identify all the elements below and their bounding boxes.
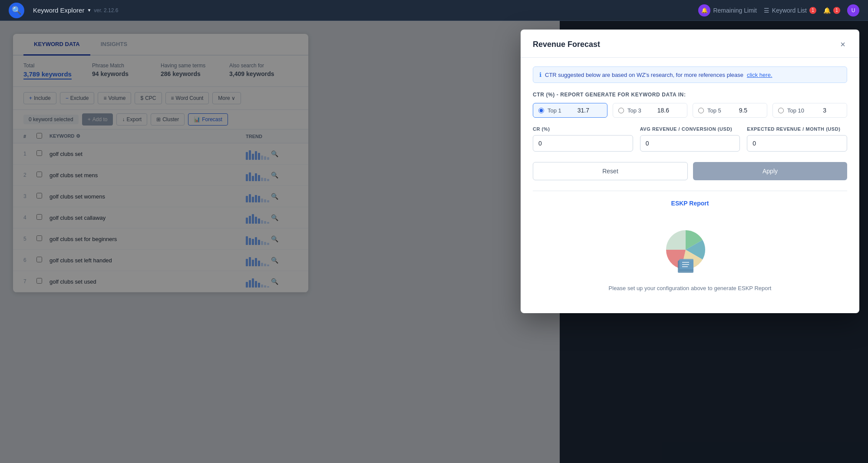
modal-header: Revenue Forecast ×: [521, 30, 859, 58]
modal-title: Revenue Forecast: [533, 40, 600, 49]
expected-revenue-field: EXPECTED REVENUE / MONTH (USD): [747, 126, 847, 152]
eskp-title: ESKP Report: [533, 200, 847, 207]
ctr-radio-top3[interactable]: [618, 108, 624, 113]
ctr-option-top3[interactable]: Top 3: [613, 103, 687, 118]
avg-revenue-label: AVG REVENUE / CONVERSION (USD): [640, 126, 740, 132]
ctr-radio-top5[interactable]: [698, 108, 704, 113]
remaining-limit-item[interactable]: 🔔 Remaining Limit: [698, 4, 756, 17]
cr-input[interactable]: [533, 135, 633, 152]
eskp-illustration: [662, 226, 718, 278]
main-content: KEYWORD DATA INSIGHTS Total 3,789 keywor…: [0, 21, 868, 463]
ctr-option-top1[interactable]: Top 1: [533, 103, 607, 118]
keyword-list-badge: 1: [809, 7, 816, 14]
user-avatar[interactable]: U: [847, 4, 859, 17]
keyword-list-label: Keyword List: [772, 7, 807, 14]
app-title-text: Keyword Explorer: [33, 7, 84, 14]
ctr-options: Top 1 Top 3 Top 5 To: [533, 103, 847, 118]
title-chevron-icon: ▼: [87, 8, 91, 13]
revenue-forecast-modal: Revenue Forecast × ℹ CTR suggested below…: [521, 30, 859, 313]
ctr-radio-top10[interactable]: [778, 108, 784, 113]
bell-icon: 🔔: [823, 7, 831, 14]
app-title[interactable]: Keyword Explorer ▼ ver. 2.12.6: [33, 7, 118, 14]
eskp-section: ESKP Report: [533, 191, 847, 304]
ctr-label-top10: Top 10: [787, 107, 804, 114]
ctr-value-top5[interactable]: [725, 107, 762, 114]
list-icon: ☰: [764, 7, 769, 14]
modal-body: ℹ CTR suggested below are based on WZ's …: [521, 58, 859, 313]
notification-item[interactable]: 🔔 1: [823, 7, 840, 14]
info-text: CTR suggested below are based on WZ's re…: [545, 72, 743, 78]
cr-label: CR (%): [533, 126, 633, 132]
info-link[interactable]: click here.: [747, 72, 772, 78]
ctr-option-top10[interactable]: Top 10: [772, 103, 847, 118]
remaining-limit-label: Remaining Limit: [713, 7, 756, 14]
nav-right-actions: 🔔 Remaining Limit ☰ Keyword List 1 🔔 1 U: [698, 4, 859, 17]
keyword-list-item[interactable]: ☰ Keyword List 1: [764, 7, 816, 14]
cr-field: CR (%): [533, 126, 633, 152]
ctr-label-top1: Top 1: [548, 107, 561, 114]
app-logo[interactable]: 🔍: [9, 3, 24, 18]
remaining-avatar: 🔔: [698, 4, 710, 17]
apply-button[interactable]: Apply: [693, 162, 847, 180]
revenue-section: CR (%) AVG REVENUE / CONVERSION (USD) EX…: [533, 126, 847, 152]
ctr-section-label: CTR (%) - REPORT GENERATE FOR KEYWORD DA…: [533, 92, 847, 98]
ctr-radio-top1[interactable]: [538, 108, 544, 113]
ctr-section: CTR (%) - REPORT GENERATE FOR KEYWORD DA…: [533, 92, 847, 118]
avg-revenue-field: AVG REVENUE / CONVERSION (USD): [640, 126, 740, 152]
ctr-label-top3: Top 3: [627, 107, 641, 114]
info-icon: ℹ: [539, 71, 541, 78]
ctr-value-top10[interactable]: [808, 107, 842, 114]
info-banner: ℹ CTR suggested below are based on WZ's …: [533, 66, 847, 83]
avg-revenue-input[interactable]: [640, 135, 740, 152]
eskp-empty-state: Please set up your configuration above t…: [533, 217, 847, 304]
eskp-empty-text: Please set up your configuration above t…: [609, 285, 772, 291]
reset-button[interactable]: Reset: [533, 162, 688, 180]
expected-revenue-input[interactable]: [747, 135, 847, 152]
modal-close-button[interactable]: ×: [838, 38, 847, 50]
ctr-value-top1[interactable]: [565, 107, 602, 114]
top-navigation: 🔍 Keyword Explorer ▼ ver. 2.12.6 🔔 Remai…: [0, 0, 868, 21]
ctr-label-top5: Top 5: [707, 107, 721, 114]
modal-actions: Reset Apply: [533, 162, 847, 180]
ctr-option-top5[interactable]: Top 5: [693, 103, 767, 118]
expected-revenue-label: EXPECTED REVENUE / MONTH (USD): [747, 126, 847, 132]
notification-badge: 1: [833, 7, 840, 14]
ctr-value-top3[interactable]: [645, 107, 682, 114]
version-label: ver. 2.12.6: [94, 7, 118, 13]
